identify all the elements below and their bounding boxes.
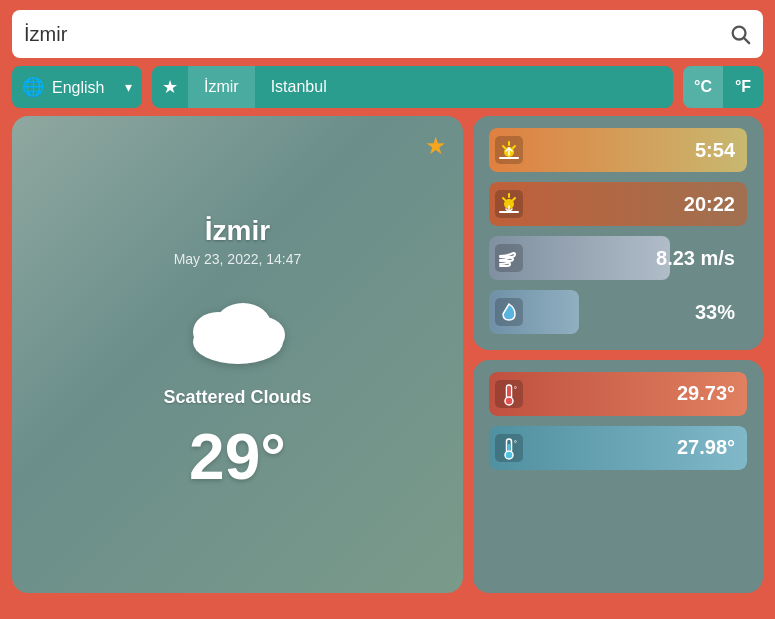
svg-rect-22 [508,386,511,396]
tempmin-value: 27.98° [529,436,747,459]
city-tab-istanbul[interactable]: Istanbul [255,66,343,108]
temp-unit-toggle: °C °F [683,66,763,108]
date-time: May 23, 2022, 14:47 [174,251,302,267]
city-tab-izmir[interactable]: İzmir [188,66,255,108]
weather-icon-container [178,287,298,371]
search-button[interactable] [729,23,751,45]
favorite-button[interactable]: ★ [425,132,447,160]
svg-text:°: ° [514,386,517,393]
temperature: 29° [189,420,286,494]
sunset-row: 20:22 [489,182,747,226]
cloud-icon [178,287,298,367]
wind-value: 8.23 m/s [529,247,747,270]
globe-icon: 🌐 [22,76,44,98]
svg-line-16 [503,198,505,200]
humidity-value: 33% [529,301,747,324]
wind-icon [489,236,529,280]
sunset-value: 20:22 [529,193,747,216]
weather-card: ★ İzmir May 23, 2022, 14:47 Scattered Cl… [12,116,463,593]
svg-text:°: ° [514,440,517,447]
sunrise-icon [489,128,529,172]
fahrenheit-button[interactable]: °F [723,66,763,108]
city-name: İzmir [205,215,270,247]
humidity-row: 33% [489,290,747,334]
sunrise-value: 5:54 [529,139,747,162]
weather-description: Scattered Clouds [163,387,311,408]
wind-row: 8.23 m/s [489,236,747,280]
svg-point-28 [505,451,513,459]
svg-line-1 [744,38,749,43]
search-input-wrapper [12,10,763,58]
svg-line-9 [513,146,515,148]
svg-point-23 [505,397,513,405]
svg-line-15 [513,198,515,200]
cities-bar: ★ İzmir Istanbul [152,66,673,108]
right-panel: 5:54 [473,116,763,593]
thermometer-cold-icon: ° [489,426,529,470]
main-content: ★ İzmir May 23, 2022, 14:47 Scattered Cl… [0,116,775,605]
chevron-down-icon: ▾ [125,79,132,95]
language-select[interactable]: English Turkish German French [52,79,117,96]
sunset-icon [489,182,529,226]
svg-rect-27 [508,444,511,450]
celsius-button[interactable]: °C [683,66,723,108]
favorite-cities-star[interactable]: ★ [152,76,188,98]
temp-card: ° 29.73° ° [473,360,763,594]
search-bar [0,0,775,66]
tempmin-row: ° 27.98° [489,426,747,470]
sun-wind-card: 5:54 [473,116,763,350]
search-icon [729,23,751,45]
svg-line-10 [503,146,505,148]
controls-bar: 🌐 English Turkish German French ▾ ★ İzmi… [0,66,775,116]
tempmax-value: 29.73° [529,382,747,405]
language-selector[interactable]: 🌐 English Turkish German French ▾ [12,66,142,108]
svg-point-5 [241,317,285,353]
thermometer-hot-icon: ° [489,372,529,416]
humidity-icon [489,290,529,334]
sunrise-row: 5:54 [489,128,747,172]
tempmax-row: ° 29.73° [489,372,747,416]
search-input[interactable] [24,23,729,46]
